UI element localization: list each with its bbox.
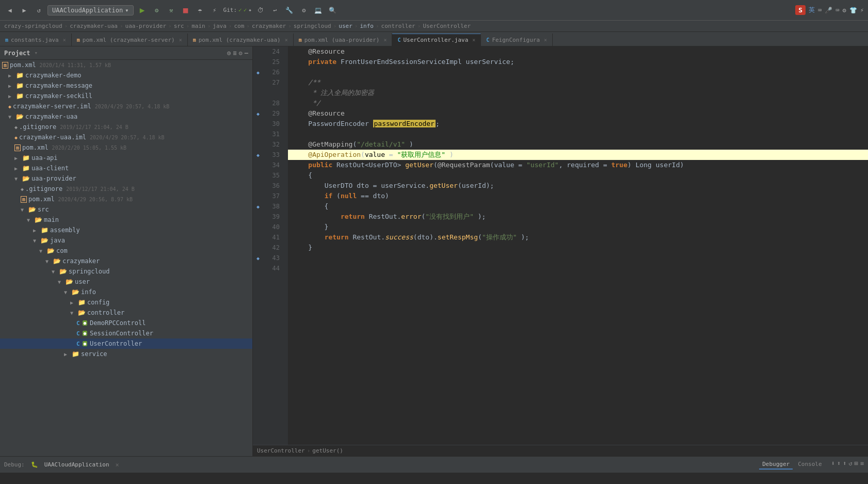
bc-main[interactable]: main xyxy=(191,23,205,29)
tree-user-controller[interactable]: C ● UserController xyxy=(0,338,252,349)
chevron-down-icon: ▼ xyxy=(45,259,52,264)
refresh-button[interactable]: ↺ xyxy=(33,5,44,16)
code-area[interactable]: @Resource private FrontUserEndSessionSer… xyxy=(288,46,868,445)
folder-open-icon: 📂 xyxy=(47,247,55,254)
stop-button[interactable]: ■ xyxy=(180,5,191,16)
bc-user[interactable]: user xyxy=(339,23,352,29)
tree-uaa-provider[interactable]: ▼ 📂 uaa-provider xyxy=(0,173,252,184)
profile-button[interactable]: ⚡ xyxy=(209,5,220,16)
tab-close-constants[interactable]: × xyxy=(63,37,66,43)
console-tab[interactable]: Console xyxy=(795,460,825,470)
run-button[interactable]: ▶ xyxy=(137,5,148,16)
tree-crazymaker-seckill[interactable]: ▶ 📁 crazymaker-seckill xyxy=(0,91,252,101)
build-button[interactable]: ⚙ xyxy=(151,5,163,16)
tree-controller-pkg[interactable]: ▼ 📂 controller xyxy=(0,308,252,318)
tree-uaa-iml[interactable]: ◆ crazymaker-uaa.iml 2020/4/29 20:57, 4.… xyxy=(0,132,252,142)
undo-button[interactable]: ↩ xyxy=(269,5,281,16)
linenum-36: 36 xyxy=(263,181,284,191)
tree-item-label: springcloud xyxy=(69,268,109,275)
tools-button[interactable]: 🔧 xyxy=(284,5,295,16)
app-close-icon[interactable]: × xyxy=(116,461,119,469)
tab-feign[interactable]: C FeignConfigura × xyxy=(481,34,553,46)
bc-provider[interactable]: uaa-provider xyxy=(125,23,166,29)
history-button[interactable]: ⏱ xyxy=(255,5,266,16)
hide-panel-icon[interactable]: — xyxy=(245,50,248,57)
tree-server-iml[interactable]: ◆ crazymaker-server.iml 2020/4/29 20:57,… xyxy=(0,101,252,111)
build2-button[interactable]: ⚒ xyxy=(166,5,177,16)
tree-demo-rpc[interactable]: C ● DemoRPCControll xyxy=(0,318,252,328)
tree-item-label: crazymaker-message xyxy=(25,82,92,89)
settings-gear-icon[interactable]: ⚙ xyxy=(239,50,243,57)
tree-com[interactable]: ▼ 📂 com xyxy=(0,246,252,256)
tree-java[interactable]: ▼ 📂 java xyxy=(0,235,252,246)
bottom-icon2[interactable]: ⬆ xyxy=(837,460,841,470)
tree-pom-uaa[interactable]: m pom.xml 2020/2/20 15:05, 1.55 kB xyxy=(0,142,252,153)
lang-toggle[interactable]: 英 xyxy=(809,6,815,14)
tree-springcloud-pkg[interactable]: ▼ 📂 springcloud xyxy=(0,266,252,277)
tab-close-pom-uaa[interactable]: × xyxy=(285,37,288,43)
bc-com[interactable]: com xyxy=(234,23,244,29)
tab-pom-server[interactable]: m pom.xml (crazymaker-server) × xyxy=(72,34,188,46)
tab-constants[interactable]: m constants.java × xyxy=(0,34,72,46)
tree-crazymaker-demo[interactable]: ▶ 📁 crazymaker-demo xyxy=(0,70,252,80)
back-button[interactable]: ◀ xyxy=(4,5,15,16)
code-line-41: return RestOut.success(dto).setRespMsg("… xyxy=(292,232,864,243)
linenum-28: 28 xyxy=(263,98,284,108)
bc-src[interactable]: src xyxy=(174,23,184,29)
locate-icon[interactable]: ⊙ xyxy=(227,50,231,57)
bc-java[interactable]: java xyxy=(213,23,227,29)
tree-uaa-client[interactable]: ▶ 📁 uaa-client xyxy=(0,163,252,173)
tab-close-pom-provider[interactable]: × xyxy=(383,37,387,43)
tab-close-pom-server[interactable]: × xyxy=(179,37,182,43)
tab-close-feign[interactable]: × xyxy=(544,37,547,43)
tree-assembly[interactable]: ▶ 📁 assembly xyxy=(0,225,252,235)
tree-item-meta: 2020/4/29 20:57, 4.18 kB xyxy=(90,135,165,140)
icon-misc2: ⚡ xyxy=(860,7,864,14)
bc-springcloud[interactable]: springcloud xyxy=(294,23,331,29)
bottom-icon6[interactable]: ≡ xyxy=(860,460,864,470)
bottom-icon3[interactable]: ⬆ xyxy=(843,460,846,470)
tab-usercontroller[interactable]: C UserController.java × xyxy=(392,34,481,46)
tree-main[interactable]: ▼ 📂 main xyxy=(0,215,252,225)
tree-pom-root[interactable]: m pom.xml 2020/1/4 11:31, 1.57 kB xyxy=(0,60,252,70)
tools2-button[interactable]: ⚙ xyxy=(298,5,310,16)
coverage-button[interactable]: ☂ xyxy=(195,5,206,16)
device-button[interactable]: 💻 xyxy=(313,5,324,16)
nav-usercontroller[interactable]: UserController xyxy=(257,447,305,454)
tree-user-pkg[interactable]: ▼ 📂 user xyxy=(0,277,252,287)
project-dropdown[interactable]: ▾ xyxy=(35,50,38,56)
tab-pom-provider[interactable]: m pom.xml (uaa-provider) × xyxy=(294,34,393,46)
bc-info[interactable]: info xyxy=(360,23,374,29)
code-content[interactable]: ◆ ◆ ◆ ◆ xyxy=(253,46,868,445)
bottom-icon1[interactable]: ⬇ xyxy=(831,460,835,470)
bc-usercontroller[interactable]: UserController xyxy=(423,23,471,29)
forward-button[interactable]: ▶ xyxy=(19,5,30,16)
tree-pom-provider[interactable]: m pom.xml 2020/4/29 20:56, 8.97 kB xyxy=(0,194,252,204)
app-selector[interactable]: UAACloudApplication ▾ xyxy=(47,5,134,15)
nav-getuser[interactable]: getUser() xyxy=(312,447,343,454)
tab-close-usercontroller[interactable]: × xyxy=(472,37,475,43)
bottom-icon4[interactable]: ↺ xyxy=(848,460,852,470)
icon-misc1: 👕 xyxy=(849,7,857,14)
search-button[interactable]: 🔍 xyxy=(327,5,339,16)
bc-crazymaker[interactable]: crazymaker xyxy=(252,23,286,29)
tree-service-pkg[interactable]: ▶ 📁 service xyxy=(0,349,252,359)
bc-controller[interactable]: controller xyxy=(381,23,415,29)
tab-pom-uaa[interactable]: m pom.xml (crazymaker-uaa) × xyxy=(188,34,294,46)
tree-crazymaker-pkg[interactable]: ▼ 📂 crazymaker xyxy=(0,256,252,266)
tree-info-pkg[interactable]: ▼ 📂 info xyxy=(0,287,252,297)
collapse-icon[interactable]: ≡ xyxy=(233,50,236,57)
bc-uaa[interactable]: crazymaker-uaa xyxy=(70,23,118,29)
tree-config-pkg[interactable]: ▶ 📁 config xyxy=(0,297,252,308)
bc-crazy[interactable]: crazy-springcloud xyxy=(4,23,62,29)
tree-session-controller[interactable]: C ● SessionController xyxy=(0,328,252,338)
tree-crazymaker-uaa[interactable]: ▼ 📂 crazymaker-uaa xyxy=(0,111,252,122)
tree-src[interactable]: ▼ 📂 src xyxy=(0,204,252,215)
tree-uaa-api[interactable]: ▶ 📁 uaa-api xyxy=(0,153,252,163)
tree-gitignore-provider[interactable]: ◈ .gitignore 2019/12/17 21:04, 24 B xyxy=(0,184,252,194)
tree-gitignore-uaa[interactable]: ◈ .gitignore 2019/12/17 21:04, 24 B xyxy=(0,122,252,132)
tree-crazymaker-message[interactable]: ▶ 📁 crazymaker-message xyxy=(0,80,252,91)
debugger-tab[interactable]: Debugger xyxy=(759,460,793,470)
bottom-icon5[interactable]: ⊞ xyxy=(855,460,858,470)
app-name-label[interactable]: UAACloudApplication xyxy=(44,461,109,468)
